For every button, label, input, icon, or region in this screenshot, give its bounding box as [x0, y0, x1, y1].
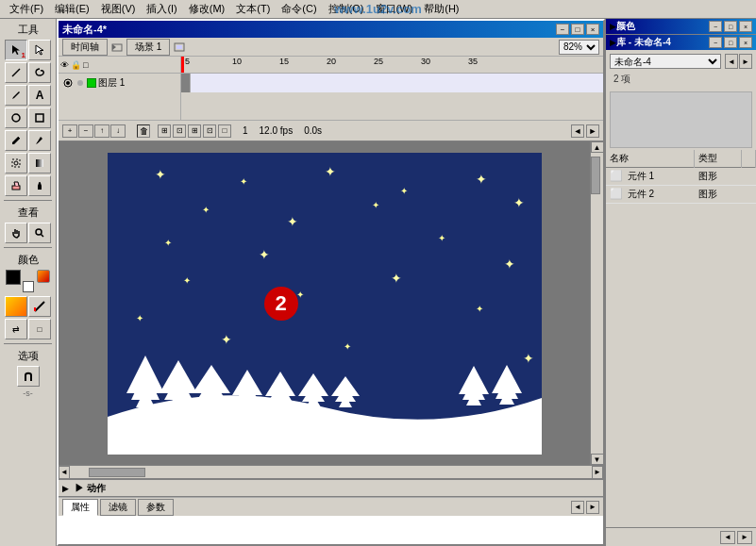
gradient-tool[interactable] [28, 153, 51, 174]
tab-params[interactable]: 参数 [138, 499, 174, 516]
minimize-button[interactable]: − [556, 24, 569, 35]
svg-marker-28 [193, 365, 230, 393]
color-panel-min[interactable]: − [709, 21, 722, 32]
tools-label: 工具 [2, 21, 54, 39]
menu-edit[interactable]: 编辑(E) [49, 0, 95, 18]
frame-area: 5 10 15 20 25 30 35 [181, 57, 603, 120]
zoom-tool[interactable] [28, 223, 51, 243]
timeline-tab[interactable]: 时间轴 [62, 39, 108, 56]
pencil-tool[interactable] [5, 130, 27, 151]
left-toolbar: 工具 A [0, 19, 57, 546]
frame-ctrl-2[interactable]: ⊡ [173, 124, 186, 138]
lock-icon: 🔒 [71, 60, 81, 70]
move-down-btn[interactable]: ↓ [110, 124, 126, 138]
color-panel-max[interactable]: □ [724, 21, 737, 32]
number-badge: 2 [264, 287, 298, 321]
ink-bottle-tool[interactable] [28, 175, 51, 196]
swap-colors[interactable]: ⇄ [5, 319, 27, 339]
frame-ctrl-5[interactable]: □ [218, 124, 231, 138]
magnet-tool[interactable] [17, 366, 40, 387]
frame-num-15: 15 [279, 57, 289, 66]
subselect-tool[interactable] [28, 40, 51, 60]
library-item-1[interactable]: ⬜ 元件 1 图形 [606, 168, 756, 186]
frame-ctrl-3[interactable]: ⊞ [188, 124, 201, 138]
menu-text[interactable]: 文本(T) [230, 0, 276, 18]
zoom-select[interactable]: 82% [559, 40, 599, 55]
frame-ctrl-1[interactable]: ⊞ [158, 124, 171, 138]
frame-number: 1 [243, 125, 248, 136]
select-tool[interactable] [5, 40, 27, 60]
frame-row[interactable] [181, 74, 603, 92]
lasso-tool[interactable] [28, 62, 51, 83]
library-panel-max[interactable]: □ [724, 37, 737, 48]
star-17: ✦ [476, 304, 483, 314]
star-10: ✦ [164, 238, 172, 248]
svg-marker-43 [459, 366, 489, 394]
star-16: ✦ [391, 271, 402, 286]
panel-right-btn[interactable]: ► [586, 501, 599, 514]
hscroll-thumb[interactable] [89, 468, 145, 477]
trash-icon[interactable]: 🗑 [137, 124, 150, 138]
move-up-btn[interactable]: ↑ [94, 124, 109, 138]
stroke-color[interactable] [28, 296, 51, 317]
fill-color[interactable] [5, 296, 27, 317]
lib-btn-2[interactable]: ► [739, 54, 752, 69]
oval-tool[interactable] [5, 108, 27, 128]
horizontal-scrollbar[interactable]: ◄ ► [59, 465, 603, 478]
text-tool[interactable]: A [28, 85, 51, 106]
maximize-button[interactable]: □ [571, 24, 584, 35]
layer-visibility-icon [62, 77, 74, 89]
vertical-scrollbar[interactable]: ▲ ▼ [590, 141, 603, 465]
color-expand-arrow[interactable]: ▶ [610, 22, 616, 31]
scroll-down-btn[interactable]: ▼ [591, 454, 604, 465]
lib-btn-1[interactable]: ◄ [725, 54, 738, 69]
rect-tool[interactable] [28, 108, 51, 128]
library-item-2[interactable]: ⬜ 元件 2 图形 [606, 186, 756, 204]
layer-name: 图层 1 [98, 76, 125, 90]
svg-rect-7 [12, 186, 20, 190]
menu-file[interactable]: 文件(F) [4, 0, 49, 18]
hand-tool[interactable] [5, 223, 27, 243]
menu-view[interactable]: 视图(V) [95, 0, 142, 18]
library-expand-arrow[interactable]: ▶ [610, 38, 616, 47]
stage-window: 未命名-4* − □ × 时间轴 场景 1 82% [57, 19, 605, 546]
lib-footer-btn-1[interactable]: ◄ [720, 531, 735, 544]
star-9: ✦ [513, 195, 525, 210]
timeline-scene[interactable]: 场景 1 [126, 39, 170, 56]
brush-tool[interactable] [28, 130, 51, 151]
actions-expand[interactable]: ▶ [62, 484, 69, 493]
library-panel-min[interactable]: − [709, 37, 722, 48]
scroll-right-btn[interactable]: ► [586, 124, 599, 138]
menu-help[interactable]: 帮助(H) [418, 0, 464, 18]
pen-tool[interactable] [5, 85, 27, 106]
scroll-up-btn[interactable]: ▲ [591, 141, 604, 153]
color-panel-close[interactable]: × [739, 21, 752, 32]
frame-numbers: 5 10 15 20 25 30 35 [181, 57, 603, 74]
library-table-container: 名称 类型 ⬜ 元件 1 图形 [606, 150, 756, 527]
frame-ctrl-4[interactable]: ⊡ [203, 124, 216, 138]
scene-icon [174, 41, 185, 53]
scroll-right-hbtn[interactable]: ► [592, 466, 603, 479]
menu-modify[interactable]: 修改(M) [183, 0, 231, 18]
scroll-left-btn[interactable]: ◄ [571, 124, 584, 138]
library-panel-close[interactable]: × [739, 37, 752, 48]
close-button[interactable]: × [586, 24, 599, 35]
menu-command[interactable]: 命令(C) [276, 0, 322, 18]
star-14: ✦ [183, 275, 191, 286]
svg-line-0 [12, 69, 20, 76]
eraser-tool[interactable] [5, 175, 27, 196]
default-colors[interactable]: □ [28, 319, 51, 339]
library-select[interactable]: 未命名-4 [610, 54, 721, 69]
delete-layer-btn[interactable]: − [78, 124, 93, 138]
add-layer-btn[interactable]: + [62, 124, 77, 138]
tab-filters[interactable]: 滤镜 [100, 499, 136, 516]
menu-insert[interactable]: 插入(I) [141, 0, 182, 18]
svg-marker-46 [492, 365, 522, 393]
tab-properties[interactable]: 属性 [62, 499, 98, 516]
panel-left-btn[interactable]: ◄ [571, 501, 584, 514]
vscroll-thumb[interactable] [591, 157, 600, 194]
line-tool[interactable] [5, 62, 27, 83]
lib-footer-btn-2[interactable]: ► [737, 531, 752, 544]
freexform-tool[interactable] [5, 153, 27, 174]
scroll-left-hbtn[interactable]: ◄ [59, 466, 70, 479]
